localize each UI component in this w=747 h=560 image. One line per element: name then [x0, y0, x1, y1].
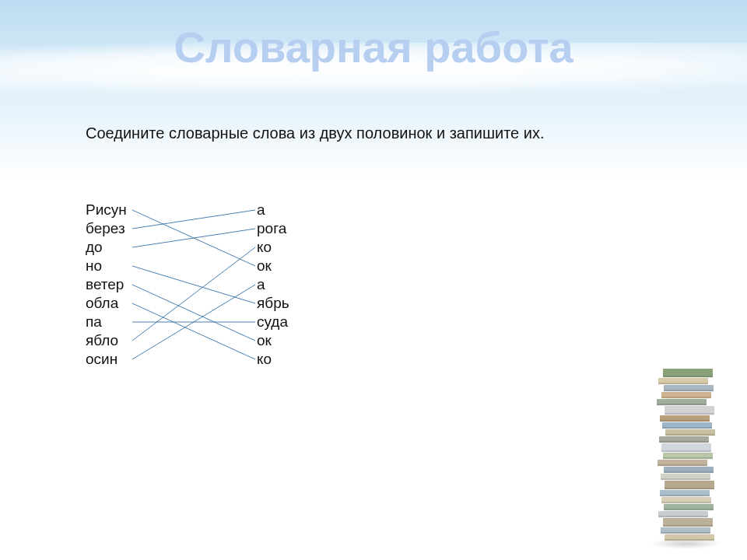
book-8 [665, 429, 715, 436]
instruction-text: Соедините словарные слова из двух полови… [86, 124, 700, 142]
book-3 [661, 392, 711, 398]
left-word-4: ветер [86, 275, 127, 294]
left-word-6: па [86, 313, 127, 331]
books-stack [661, 369, 711, 541]
right-word-0: а [257, 201, 289, 219]
book-17 [661, 497, 711, 503]
svg-line-8 [132, 285, 255, 359]
book-6 [660, 415, 710, 422]
slide: Словарная работа Соедините словарные сло… [0, 0, 747, 560]
svg-line-5 [132, 303, 255, 359]
book-2 [664, 385, 714, 391]
book-19 [658, 511, 708, 517]
left-word-8: осин [86, 350, 127, 369]
left-word-3: но [86, 257, 127, 275]
book-14 [661, 474, 710, 480]
book-16 [660, 490, 710, 496]
book-12 [658, 460, 707, 466]
book-13 [664, 467, 714, 473]
book-0 [663, 369, 713, 377]
svg-line-4 [132, 285, 255, 341]
right-word-2: ко [257, 238, 289, 257]
book-7 [662, 422, 712, 429]
right-word-5: ябрь [257, 294, 289, 313]
book-9 [659, 436, 709, 443]
book-11 [663, 453, 713, 459]
left-column: Рисунберездоноветероблапаяблоосин [86, 201, 127, 369]
svg-line-2 [132, 229, 255, 247]
left-word-7: ябло [86, 331, 127, 350]
svg-line-1 [132, 210, 255, 229]
book-1 [658, 378, 708, 384]
right-word-6: суда [257, 313, 289, 331]
book-20 [663, 518, 713, 527]
left-word-1: берез [86, 219, 127, 238]
book-5 [665, 406, 714, 415]
right-word-4: а [257, 275, 289, 294]
book-22 [665, 534, 714, 541]
right-word-3: ок [257, 257, 289, 275]
book-15 [665, 481, 714, 489]
left-word-2: до [86, 238, 127, 257]
book-10 [661, 443, 711, 452]
book-21 [661, 527, 710, 534]
right-column: арогакоокаябрьсудаокко [257, 201, 289, 369]
page-title: Словарная работа [0, 22, 747, 72]
book-4 [657, 399, 707, 405]
svg-line-3 [132, 266, 255, 303]
right-word-8: ко [257, 350, 289, 369]
right-word-7: ок [257, 331, 289, 350]
right-word-1: рога [257, 219, 289, 238]
svg-line-0 [132, 210, 255, 266]
left-word-0: Рисун [86, 201, 127, 219]
left-word-5: обла [86, 294, 127, 313]
book-18 [664, 504, 714, 510]
sky-clouds [0, 43, 747, 97]
svg-line-7 [132, 247, 255, 341]
